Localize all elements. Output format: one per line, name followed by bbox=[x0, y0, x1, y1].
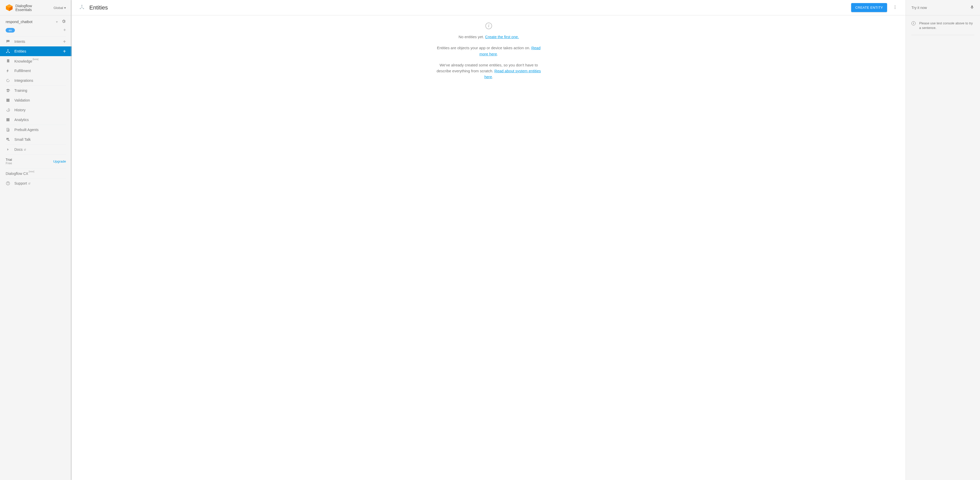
language-badge[interactable]: en bbox=[6, 28, 15, 33]
brand-line2: Essentials bbox=[15, 8, 32, 12]
sidebar-item-intents[interactable]: Intents + bbox=[0, 36, 72, 46]
sidebar-item-dialogflow-cx[interactable]: Dialogflow CX[new] bbox=[0, 168, 72, 178]
smalltalk-icon bbox=[6, 137, 10, 142]
caret-down-icon[interactable]: ▾ bbox=[56, 20, 58, 24]
page-header: Entities CREATE ENTITY bbox=[72, 0, 905, 15]
validation-icon bbox=[6, 98, 10, 103]
prebuilt-icon bbox=[6, 127, 10, 132]
sidebar-item-label: Entities bbox=[14, 49, 59, 53]
beta-badge: [beta] bbox=[33, 58, 38, 60]
add-language-button[interactable]: + bbox=[63, 27, 66, 33]
support-icon bbox=[6, 181, 10, 185]
brand-line1: Dialogflow bbox=[15, 4, 32, 8]
sidebar-item-validation[interactable]: Validation bbox=[0, 95, 72, 105]
empty-state-line2: Entities are objects your app or device … bbox=[432, 45, 545, 57]
plan-row: Trial Free Upgrade bbox=[0, 155, 72, 168]
info-icon bbox=[912, 21, 916, 25]
main-content: No entities yet. Create the first one. E… bbox=[72, 15, 905, 480]
microphone-icon[interactable] bbox=[970, 5, 974, 10]
sidebar-item-small-talk[interactable]: Small Talk bbox=[0, 135, 72, 144]
console-hint: Please use test console above to try a s… bbox=[912, 21, 974, 35]
sidebar-item-history[interactable]: History bbox=[0, 105, 72, 115]
brand-header: Dialogflow Essentials Global ▾ bbox=[0, 0, 72, 15]
sidebar-item-support[interactable]: Support bbox=[0, 179, 72, 188]
integrations-icon bbox=[6, 78, 10, 83]
gear-icon[interactable] bbox=[61, 19, 66, 24]
sidebar-item-label: Integrations bbox=[14, 78, 66, 82]
overflow-menu-icon[interactable] bbox=[892, 5, 898, 10]
svg-point-11 bbox=[895, 7, 896, 8]
upgrade-link[interactable]: Upgrade bbox=[53, 160, 66, 163]
sidebar-item-label: Knowledge[beta] bbox=[14, 59, 66, 63]
svg-point-10 bbox=[895, 5, 896, 6]
sidebar-item-label: Fulfillment bbox=[14, 69, 66, 73]
sidebar-item-label: Training bbox=[14, 89, 66, 93]
new-badge: [new] bbox=[29, 170, 34, 173]
dialogflow-logo-icon bbox=[6, 4, 13, 11]
svg-point-9 bbox=[83, 8, 84, 9]
history-icon bbox=[6, 108, 10, 112]
add-intent-button[interactable]: + bbox=[63, 39, 66, 44]
sidebar-item-entities[interactable]: Entities + bbox=[0, 46, 72, 56]
sidebar-item-label: Analytics bbox=[14, 118, 66, 122]
page-title: Entities bbox=[89, 4, 108, 11]
entities-icon bbox=[79, 4, 85, 11]
sidebar-item-prebuilt-agents[interactable]: Prebuilt Agents bbox=[0, 125, 72, 135]
sidebar-item-training[interactable]: Training bbox=[0, 86, 72, 95]
svg-point-3 bbox=[8, 49, 8, 50]
sidebar-item-label: Prebuilt Agents bbox=[14, 128, 66, 132]
chevron-right-icon bbox=[6, 147, 10, 152]
svg-point-8 bbox=[80, 8, 81, 9]
region-selector[interactable]: Global ▾ bbox=[53, 6, 66, 10]
sidebar-item-integrations[interactable]: Integrations bbox=[0, 76, 72, 86]
sidebar-item-label: Support bbox=[14, 181, 66, 185]
sidebar-item-fulfillment[interactable]: Fulfillment bbox=[0, 66, 72, 76]
svg-point-4 bbox=[6, 52, 7, 53]
knowledge-icon bbox=[6, 59, 10, 63]
add-entity-button[interactable]: + bbox=[63, 49, 66, 54]
sidebar-item-docs[interactable]: Docs bbox=[0, 145, 72, 154]
fulfillment-icon bbox=[6, 68, 10, 73]
training-icon bbox=[6, 88, 10, 93]
sidebar-item-label: Dialogflow CX[new] bbox=[6, 171, 66, 176]
create-entity-button[interactable]: CREATE ENTITY bbox=[851, 3, 887, 12]
svg-point-7 bbox=[81, 5, 83, 6]
test-console-header bbox=[905, 0, 980, 15]
empty-state-line3: We've already created some entities, so … bbox=[432, 62, 545, 80]
sidebar-item-analytics[interactable]: Analytics bbox=[0, 115, 72, 125]
svg-point-12 bbox=[895, 8, 896, 9]
intents-icon bbox=[6, 39, 10, 44]
empty-state-line1: No entities yet. Create the first one. bbox=[458, 34, 519, 40]
sidebar-item-label: Validation bbox=[14, 98, 66, 102]
caret-down-icon: ▾ bbox=[64, 6, 66, 10]
info-icon bbox=[485, 22, 492, 29]
sidebar-item-knowledge[interactable]: Knowledge[beta] bbox=[0, 56, 72, 66]
test-console-panel: Please use test console above to try a s… bbox=[905, 15, 980, 480]
try-it-now-input[interactable] bbox=[912, 6, 967, 10]
language-row: en + bbox=[0, 26, 72, 36]
sidebar-item-label: Intents bbox=[14, 40, 59, 44]
sidebar-item-label: History bbox=[14, 108, 66, 112]
sidebar-item-label: Small Talk bbox=[14, 138, 66, 141]
sidebar-item-label: Docs bbox=[14, 147, 66, 152]
create-first-entity-link[interactable]: Create the first one. bbox=[485, 35, 519, 39]
plan-tier: Free bbox=[6, 162, 12, 165]
agent-name: respond_chatbot bbox=[6, 20, 32, 24]
agent-row[interactable]: respond_chatbot ▾ bbox=[0, 15, 72, 26]
brand-text: Dialogflow Essentials bbox=[15, 4, 32, 11]
region-label: Global bbox=[53, 6, 63, 10]
console-hint-text: Please use test console above to try a s… bbox=[919, 21, 974, 30]
analytics-icon bbox=[6, 117, 10, 122]
sidebar: Dialogflow Essentials Global ▾ respond_c… bbox=[0, 0, 72, 480]
plan-name: Trial bbox=[6, 158, 12, 162]
entities-icon bbox=[6, 49, 10, 54]
